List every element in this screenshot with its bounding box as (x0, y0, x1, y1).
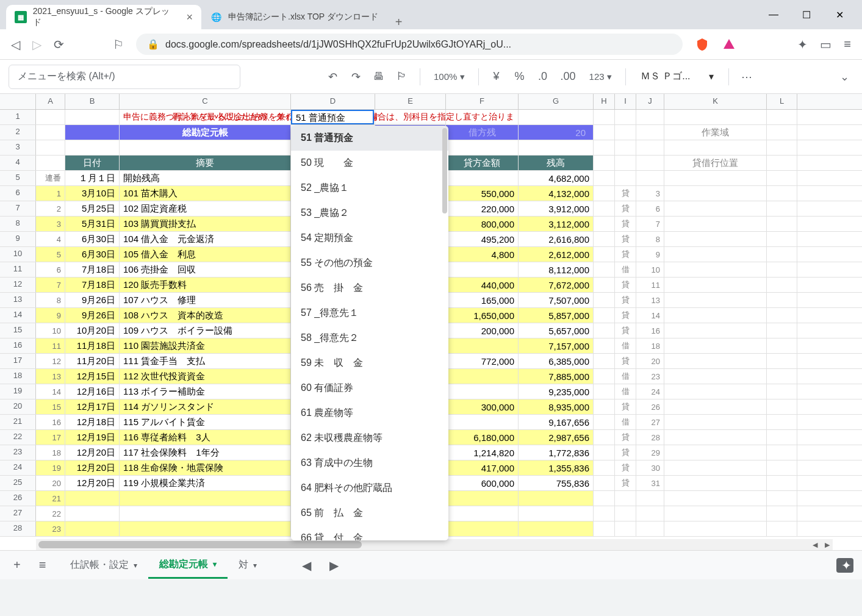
dropdown-item[interactable]: 51 普通預金 (291, 126, 448, 151)
cell[interactable] (594, 217, 615, 231)
cell[interactable] (446, 338, 519, 353)
cell[interactable]: 4,682,000 (519, 171, 594, 185)
cell[interactable]: 21 (36, 491, 65, 506)
cell[interactable] (594, 140, 615, 155)
cell[interactable] (615, 110, 636, 124)
back-button[interactable]: ◁ (11, 37, 20, 52)
cell[interactable] (767, 201, 797, 216)
row-header[interactable]: 23 (0, 445, 36, 460)
cell[interactable]: 日付 (65, 156, 120, 170)
cell[interactable]: 109 ハウス ボイラー設備 (120, 323, 291, 338)
cell[interactable] (615, 171, 636, 185)
cell[interactable]: 6 (636, 201, 664, 216)
cell[interactable] (120, 521, 291, 536)
cell[interactable]: 3月10日 (65, 186, 120, 201)
cell[interactable] (664, 186, 767, 201)
cell[interactable]: 9 (636, 247, 664, 262)
cell[interactable] (664, 110, 767, 124)
cell[interactable] (594, 171, 615, 185)
wallet-icon[interactable]: ▭ (820, 37, 831, 52)
cell[interactable]: 借 (615, 338, 636, 353)
cell[interactable]: 再計算を最小にしたため、タイミングエラーが出る場合は、別科目を指定し直すと治りま (446, 110, 519, 124)
cell[interactable]: 103 購買買掛支払 (120, 217, 291, 231)
cell[interactable]: 貸 (615, 445, 636, 460)
cell[interactable] (664, 506, 767, 521)
cell[interactable] (594, 521, 615, 536)
cell[interactable] (767, 430, 797, 445)
format-select[interactable]: 123 ▾ (584, 71, 617, 82)
cell[interactable]: 417,000 (446, 460, 519, 475)
spreadsheet-grid[interactable]: ABCDEFGHIJKL 1申告に義務づけられている現金出納簿を兼ねます▼元帳科… (0, 94, 862, 550)
cell[interactable]: 20 (636, 354, 664, 368)
cell[interactable]: 112 次世代投資資金 (120, 369, 291, 384)
cell[interactable]: 5月31日 (65, 217, 120, 231)
cell[interactable] (767, 323, 797, 338)
col-header-K[interactable]: K (664, 94, 767, 109)
cell[interactable]: 2,616,800 (519, 232, 594, 246)
cell[interactable] (594, 308, 615, 323)
cell[interactable] (120, 491, 291, 506)
maximize-button[interactable]: ☐ (799, 7, 814, 22)
cell[interactable] (767, 399, 797, 414)
cell[interactable]: 借 (615, 369, 636, 384)
cell[interactable]: 9月26日 (65, 293, 120, 307)
cell[interactable]: 残高 (519, 156, 594, 170)
cell[interactable]: 貸方金額 (446, 156, 519, 170)
cell[interactable] (594, 293, 615, 307)
row-header[interactable]: 26 (0, 491, 36, 506)
cell[interactable] (519, 521, 594, 536)
cell[interactable] (664, 415, 767, 429)
cell[interactable] (767, 232, 797, 246)
cell[interactable] (594, 354, 615, 368)
sheet-tab[interactable]: 総勘定元帳 ▾ (148, 552, 228, 579)
cell[interactable] (594, 125, 615, 140)
cell[interactable]: 600,000 (446, 476, 519, 490)
cell[interactable] (664, 201, 767, 216)
cell[interactable] (664, 354, 767, 368)
cell[interactable]: 7,157,000 (519, 338, 594, 353)
cell[interactable] (767, 445, 797, 460)
scrollbar-thumb[interactable] (38, 541, 362, 548)
cell[interactable] (636, 171, 664, 185)
cell[interactable] (636, 125, 664, 140)
cell[interactable]: 30 (636, 460, 664, 475)
cell[interactable]: 借 (615, 384, 636, 399)
row-header[interactable]: 24 (0, 460, 36, 475)
col-header-L[interactable]: L (767, 94, 797, 109)
cell[interactable] (767, 491, 797, 506)
cell[interactable] (636, 110, 664, 124)
cell[interactable]: 14 (36, 384, 65, 399)
cell[interactable] (594, 247, 615, 262)
cell[interactable]: 7,885,000 (519, 369, 594, 384)
cell[interactable]: 31 (636, 476, 664, 490)
cell[interactable]: 24 (636, 384, 664, 399)
row-header[interactable]: 28 (0, 521, 36, 536)
cell[interactable]: 12 (36, 354, 65, 368)
cell[interactable] (664, 476, 767, 490)
row-header[interactable]: 2 (0, 125, 36, 140)
cell[interactable] (636, 506, 664, 521)
cell[interactable] (65, 521, 120, 536)
cell[interactable]: 15 (36, 399, 65, 414)
row-header[interactable]: 14 (0, 308, 36, 323)
cell[interactable]: 摘要 (120, 156, 291, 170)
active-cell[interactable]: 51 普通預金 (291, 110, 374, 124)
cell[interactable]: 貸 (615, 232, 636, 246)
cell[interactable]: 8 (36, 293, 65, 307)
decrease-decimal-button[interactable]: .0 (534, 66, 552, 87)
cell[interactable] (767, 217, 797, 231)
cell[interactable] (65, 506, 120, 521)
new-tab-button[interactable]: + (387, 15, 411, 29)
dropdown-item[interactable]: 55 その他の預金 (291, 251, 448, 276)
row-header[interactable]: 10 (0, 247, 36, 262)
cell[interactable]: 貸 (615, 354, 636, 368)
close-button[interactable]: ✕ (832, 7, 847, 22)
cell[interactable] (664, 323, 767, 338)
menu-icon[interactable]: ≡ (844, 37, 851, 51)
scroll-left-icon[interactable]: ◀ (810, 541, 821, 549)
cell[interactable]: 102 固定資産税 (120, 201, 291, 216)
cell[interactable]: 8 (636, 232, 664, 246)
row-header[interactable]: 20 (0, 399, 36, 414)
cell[interactable]: 6,385,000 (519, 354, 594, 368)
cell[interactable]: 10 (36, 323, 65, 338)
